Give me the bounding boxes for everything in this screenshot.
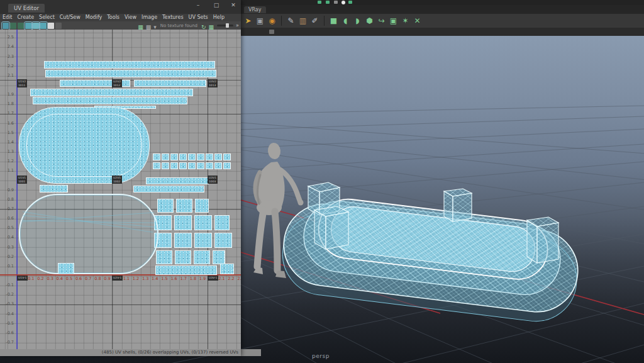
shelf-icon-5[interactable]: ✎	[286, 16, 296, 26]
uv-shell[interactable]	[223, 162, 231, 169]
uv-shell[interactable]	[214, 154, 222, 160]
uv-toolbar-icon-7[interactable]	[48, 23, 54, 29]
help-line	[241, 349, 261, 356]
menu-tools[interactable]: Tools	[104, 14, 122, 21]
uv-canvas[interactable]: 2.52.42.32.22.11.91.81.71.61.51.41.31.21…	[0, 30, 241, 349]
v-tick-label: 0.1	[1, 264, 14, 269]
uv-shell[interactable]	[206, 154, 213, 160]
uv-toolbar-icon-2[interactable]	[10, 23, 16, 29]
shelf-icon-15[interactable]: ✶	[400, 16, 411, 26]
uv-shell[interactable]	[30, 89, 193, 96]
uv-shell[interactable]	[58, 263, 74, 274]
uv-shell[interactable]	[175, 250, 191, 264]
uv-shell[interactable]	[174, 233, 192, 248]
uv-shell[interactable]	[33, 97, 187, 104]
toolbar-overflow-icon[interactable]: »	[236, 23, 239, 28]
shelf-icon-9[interactable]: ■	[328, 16, 339, 26]
uv-shell[interactable]	[197, 154, 204, 160]
status-line-icon[interactable]	[326, 1, 330, 4]
uv-shell[interactable]	[214, 233, 232, 248]
u-tick-label: 0.8	[94, 276, 101, 281]
uv-shell[interactable]	[197, 162, 204, 169]
menu-cut-sew[interactable]: Cut/Sew	[57, 14, 83, 21]
shelf-icon-11[interactable]: ◗	[352, 16, 363, 26]
slider-handle[interactable]	[226, 23, 229, 28]
uv-shell[interactable]	[194, 233, 212, 248]
u-tick-label: 1.2	[133, 276, 139, 281]
shelf-icon-7[interactable]: ✐	[309, 16, 320, 26]
uv-shell[interactable]	[153, 154, 160, 160]
menu-edit[interactable]: Edit	[0, 14, 15, 21]
uv-shell[interactable]	[188, 162, 196, 169]
shelf-icon-14[interactable]: ▣	[388, 16, 399, 26]
menu-create[interactable]: Create	[15, 14, 37, 21]
uv-toolbar-icon-5[interactable]	[33, 23, 39, 29]
uv-shell[interactable]	[162, 154, 169, 160]
uv-shell[interactable]	[170, 154, 178, 160]
uv-shell[interactable]	[146, 177, 209, 184]
uv-shell[interactable]	[206, 162, 213, 169]
uv-toolbar-icon-8[interactable]	[55, 23, 62, 29]
maximize-button[interactable]: □	[208, 0, 225, 10]
status-line-icon[interactable]	[348, 1, 352, 4]
minimize-button[interactable]: –	[190, 0, 206, 10]
close-button[interactable]: ✕	[225, 0, 242, 10]
uv-shell[interactable]	[179, 162, 187, 169]
uv-toolbar-icon-1[interactable]	[3, 23, 9, 29]
uv-shell[interactable]	[153, 162, 160, 169]
v-tick-label: -0.4	[1, 311, 14, 316]
exposure-slider[interactable]	[217, 25, 233, 26]
uv-toolbar-icon-3[interactable]	[18, 23, 24, 29]
shelf-icon-13[interactable]: ↪	[376, 16, 387, 26]
shelf-separator	[324, 16, 325, 26]
u-tick-label: 1.5	[161, 276, 167, 281]
uv-shell[interactable]	[155, 265, 217, 275]
uv-shell[interactable]	[26, 114, 142, 177]
v-tick-label: -0.3	[1, 301, 14, 306]
uv-shell[interactable]	[19, 194, 158, 274]
uv-shell[interactable]	[194, 250, 210, 264]
uv-shell[interactable]	[213, 250, 225, 264]
shelf-icon-16[interactable]: ✕	[412, 16, 423, 26]
uv-shell[interactable]	[45, 70, 216, 77]
uv-editor-titlebar[interactable]: UV Editor – □ ✕	[0, 0, 241, 14]
shelf-icon-6[interactable]: ▥	[297, 16, 308, 26]
shelf-icon-10[interactable]: ◖	[340, 16, 351, 26]
uv-shell[interactable]	[174, 215, 192, 230]
uv-editor-toolbar: ▦▩▾ No texture found ↻▦ »	[0, 21, 241, 30]
status-line-icon[interactable]	[341, 1, 345, 4]
shelf-tab-vray[interactable]: VRay	[244, 6, 266, 13]
uv-shell[interactable]	[40, 185, 68, 193]
shelf-icon-3[interactable]: ◉	[267, 16, 277, 26]
uv-shell[interactable]	[195, 199, 209, 213]
udim-tile-label: U3V2 1013	[208, 79, 218, 87]
v-tick-label: 0.6	[1, 216, 14, 221]
uv-shell[interactable]	[162, 162, 169, 169]
uv-shell[interactable]	[223, 154, 231, 160]
menu-modify[interactable]: Modify	[83, 14, 105, 21]
uv-shell[interactable]	[179, 154, 187, 160]
shelf-icon-12[interactable]: ⬢	[364, 16, 375, 26]
uv-shell[interactable]	[156, 250, 172, 264]
uv-shell[interactable]	[214, 215, 230, 230]
pool-model-wireframe[interactable]	[278, 182, 584, 326]
status-line-icon[interactable]	[318, 1, 321, 4]
uv-shell[interactable]	[170, 162, 178, 169]
uv-shell[interactable]	[176, 199, 192, 213]
uv-toolbar-icon-6[interactable]	[40, 23, 47, 29]
status-line-icon[interactable]	[334, 1, 338, 4]
menu-textures[interactable]: Textures	[160, 14, 186, 21]
uv-shell[interactable]	[188, 154, 196, 160]
uv-shell[interactable]	[194, 215, 212, 230]
uv-shell[interactable]	[133, 186, 204, 193]
uv-shell[interactable]	[220, 264, 234, 274]
uv-shell[interactable]	[214, 162, 222, 169]
uv-shell[interactable]	[44, 61, 215, 69]
uv-shell[interactable]	[134, 80, 206, 87]
uv-shell[interactable]	[157, 199, 174, 213]
panel-menu-icon[interactable]	[269, 30, 274, 34]
menu-select[interactable]: Select	[36, 14, 57, 21]
shelf-icon-2[interactable]: ▣	[255, 16, 265, 26]
uv-toolbar-icon-4[interactable]	[25, 23, 31, 29]
shelf-icon-1[interactable]: ➤	[243, 16, 253, 26]
